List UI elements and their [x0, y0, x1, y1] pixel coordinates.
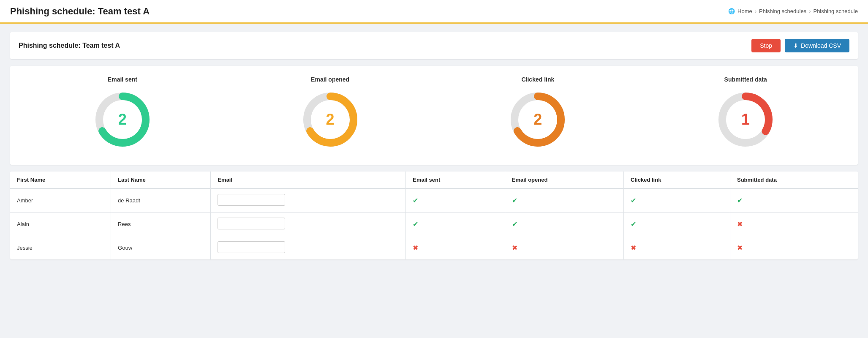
breadcrumb-sep-1: › — [755, 8, 756, 14]
col-header-6: Submitted data — [730, 172, 858, 188]
cross-icon: ✖ — [737, 221, 743, 228]
check-icon: ✔ — [413, 221, 418, 228]
cell-submitted-data: ✖ — [730, 213, 858, 236]
sub-header-card: Phishing schedule: Team test A Stop ⬇ Do… — [10, 32, 858, 59]
breadcrumb-home[interactable]: Home — [737, 8, 752, 14]
email-input-display — [218, 194, 285, 206]
cell-email-sent: ✔ — [406, 188, 505, 213]
cross-icon: ✖ — [631, 244, 636, 251]
col-header-4: Email opened — [505, 172, 623, 188]
col-header-5: Clicked link — [624, 172, 730, 188]
cell-email — [211, 188, 406, 213]
table-row: Jessie Gouw ✖ ✖ ✖ ✖ — [10, 236, 858, 260]
chart-label-3: Submitted data — [724, 76, 767, 83]
check-icon: ✔ — [512, 221, 517, 228]
table-row: Alain Rees ✔ ✔ ✔ ✖ — [10, 213, 858, 236]
cross-icon: ✖ — [512, 244, 517, 251]
table-body: Amber de Raadt ✔ ✔ ✔ ✔ Alain Rees ✔ ✔ ✔ … — [10, 188, 858, 259]
cross-icon: ✖ — [737, 244, 743, 251]
cell-clicked-link: ✔ — [624, 188, 730, 213]
breadcrumb-phishing-schedules[interactable]: Phishing schedules — [759, 8, 806, 14]
cell-email-sent: ✔ — [406, 213, 505, 236]
cell-last-name: de Raadt — [111, 188, 211, 213]
download-csv-label: Download CSV — [801, 42, 841, 49]
cell-first-name: Jessie — [10, 236, 111, 260]
donut-container-0: 2 — [91, 88, 154, 151]
cell-email — [211, 236, 406, 260]
check-icon: ✔ — [631, 221, 636, 228]
check-icon: ✔ — [413, 197, 418, 204]
donut-value-0: 2 — [118, 111, 127, 128]
cell-last-name: Gouw — [111, 236, 211, 260]
cell-email-opened: ✖ — [505, 236, 623, 260]
check-icon: ✔ — [631, 197, 636, 204]
action-buttons: Stop ⬇ Download CSV — [751, 39, 849, 52]
charts-card: Email sent 2 Email opened 2 Clicked link… — [10, 66, 858, 165]
download-csv-button[interactable]: ⬇ Download CSV — [785, 39, 849, 52]
donut-value-3: 1 — [741, 111, 750, 128]
stop-button[interactable]: Stop — [751, 39, 781, 52]
col-header-0: First Name — [10, 172, 111, 188]
cell-first-name: Amber — [10, 188, 111, 213]
cell-email-opened: ✔ — [505, 188, 623, 213]
cell-email — [211, 213, 406, 236]
table-header: First NameLast NameEmailEmail sentEmail … — [10, 172, 858, 188]
top-header: Phishing schedule: Team test A 🌐 Home › … — [0, 0, 868, 24]
cell-submitted-data: ✔ — [730, 188, 858, 213]
breadcrumb-sep-2: › — [809, 8, 811, 14]
cell-email-sent: ✖ — [406, 236, 505, 260]
cell-clicked-link: ✔ — [624, 213, 730, 236]
email-input-display — [218, 241, 285, 253]
download-icon: ⬇ — [793, 42, 798, 49]
home-icon: 🌐 — [728, 8, 735, 14]
chart-item-3: Submitted data 1 — [714, 76, 777, 151]
donut-container-1: 2 — [299, 88, 362, 151]
check-icon: ✔ — [512, 197, 517, 204]
chart-label-2: Clicked link — [521, 76, 554, 83]
breadcrumb: 🌐 Home › Phishing schedules › Phishing s… — [728, 8, 858, 14]
chart-label-0: Email sent — [108, 76, 137, 83]
email-input-display — [218, 218, 285, 229]
donut-value-2: 2 — [533, 111, 542, 128]
donut-container-3: 1 — [714, 88, 777, 151]
sub-header-title: Phishing schedule: Team test A — [19, 42, 120, 49]
donut-container-2: 2 — [506, 88, 569, 151]
main-content: Phishing schedule: Team test A Stop ⬇ Do… — [0, 24, 868, 268]
chart-item-1: Email opened 2 — [299, 76, 362, 151]
table-row: Amber de Raadt ✔ ✔ ✔ ✔ — [10, 188, 858, 213]
cell-submitted-data: ✖ — [730, 236, 858, 260]
chart-item-0: Email sent 2 — [91, 76, 154, 151]
col-header-2: Email — [211, 172, 406, 188]
check-icon: ✔ — [737, 197, 743, 204]
donut-value-1: 2 — [326, 111, 335, 128]
col-header-1: Last Name — [111, 172, 211, 188]
cell-clicked-link: ✖ — [624, 236, 730, 260]
cross-icon: ✖ — [413, 244, 418, 251]
chart-label-1: Email opened — [311, 76, 349, 83]
cell-email-opened: ✔ — [505, 213, 623, 236]
chart-item-2: Clicked link 2 — [506, 76, 569, 151]
cell-first-name: Alain — [10, 213, 111, 236]
page-title: Phishing schedule: Team test A — [10, 6, 150, 17]
table-card: First NameLast NameEmailEmail sentEmail … — [10, 172, 858, 259]
data-table: First NameLast NameEmailEmail sentEmail … — [10, 172, 858, 259]
col-header-3: Email sent — [406, 172, 505, 188]
cell-last-name: Rees — [111, 213, 211, 236]
breadcrumb-current: Phishing schedule — [813, 8, 858, 14]
